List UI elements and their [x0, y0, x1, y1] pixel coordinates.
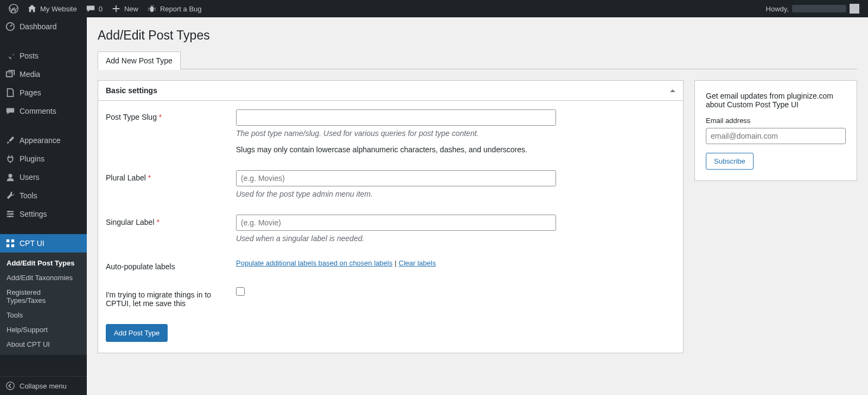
plural-label: Plural Label * [106, 170, 225, 198]
panel-header[interactable]: Basic settings [98, 81, 683, 101]
new-content-menu[interactable]: New [107, 0, 143, 17]
username-redacted [792, 5, 846, 12]
home-icon [27, 4, 37, 14]
svg-rect-8 [7, 239, 9, 242]
wrench-icon [5, 191, 15, 200]
content-area: Add/Edit Post Types Add New Post Type Ba… [87, 17, 868, 375]
comment-icon [86, 4, 95, 14]
wp-logo-menu[interactable] [4, 0, 23, 17]
menu-comments[interactable]: Comments [0, 102, 87, 120]
singular-label: Singular Label * [106, 215, 225, 243]
svg-point-4 [8, 174, 12, 178]
admin-sidebar: Dashboard Posts Media Pages Comments App… [0, 17, 87, 375]
svg-point-6 [11, 213, 13, 215]
menu-label: Posts [20, 51, 39, 60]
menu-label: Settings [20, 210, 47, 218]
subscribe-box: Get email updates from pluginize.com abo… [694, 80, 857, 181]
plug-icon [5, 154, 15, 164]
submenu-add-edit-post-types[interactable]: Add/Edit Post Types [0, 256, 87, 270]
submenu-tools[interactable]: Tools [0, 308, 87, 322]
menu-tools[interactable]: Tools [0, 186, 87, 205]
migrate-label: I'm trying to migrate things in to CPTUI… [106, 287, 225, 308]
menu-cpt-ui[interactable]: CPT UI [0, 234, 87, 252]
slug-label: Post Type Slug * [106, 109, 225, 154]
email-input[interactable] [706, 128, 846, 144]
menu-pages[interactable]: Pages [0, 83, 87, 102]
triangle-up-icon [670, 87, 675, 92]
submenu-about[interactable]: About CPT UI [0, 337, 87, 352]
menu-label: Tools [20, 191, 37, 200]
greeting: Howdy, [766, 5, 789, 13]
svg-point-7 [9, 216, 11, 218]
admin-bar: My Website 0 New Report a Bug Howdy, [0, 0, 868, 17]
menu-users[interactable]: Users [0, 168, 87, 186]
migrate-checkbox[interactable] [236, 287, 245, 296]
user-account-menu[interactable]: Howdy, [762, 0, 864, 17]
svg-point-5 [8, 211, 10, 213]
subscribe-text: Get email updates from pluginize.com abo… [706, 92, 846, 109]
menu-label: Appearance [20, 136, 61, 145]
submenu-registered-types[interactable]: Registered Types/Taxes [0, 285, 87, 308]
menu-label: Media [20, 70, 40, 79]
menu-plugins[interactable]: Plugins [0, 150, 87, 168]
clear-labels-link[interactable]: Clear labels [399, 259, 436, 267]
svg-rect-11 [11, 244, 14, 247]
plural-desc: Used for the post type admin menu item. [236, 190, 675, 198]
submenu-cpt-ui: Add/Edit Post Types Add/Edit Taxonomies … [0, 252, 87, 355]
page-title: Add/Edit Post Types [98, 28, 857, 43]
menu-label: Plugins [20, 154, 44, 163]
menu-label: Dashboard [20, 22, 57, 31]
submenu-add-edit-taxonomies[interactable]: Add/Edit Taxonomies [0, 270, 87, 285]
panel-title: Basic settings [106, 86, 157, 95]
media-icon [5, 69, 15, 79]
singular-desc: Used when a singular label is needed. [236, 234, 675, 243]
page-icon [5, 88, 15, 98]
svg-rect-9 [11, 239, 14, 242]
menu-label: Comments [20, 107, 56, 115]
avatar [850, 4, 859, 14]
cpt-ui-icon [5, 238, 15, 248]
user-icon [5, 172, 15, 182]
comments-menu[interactable]: 0 [81, 0, 107, 17]
svg-point-3 [9, 73, 10, 74]
brush-icon [5, 135, 15, 145]
slug-desc: The post type name/slug. Used for variou… [236, 129, 675, 138]
new-label: New [124, 5, 138, 13]
svg-rect-10 [7, 244, 9, 247]
basic-settings-panel: Basic settings Post Type Slug * The post… [98, 80, 684, 353]
tab-add-new[interactable]: Add New Post Type [98, 51, 181, 70]
menu-media[interactable]: Media [0, 65, 87, 83]
report-bug-label: Report a Bug [160, 5, 202, 13]
menu-appearance[interactable]: Appearance [0, 131, 87, 150]
wordpress-icon [9, 4, 18, 14]
tabs: Add New Post Type [98, 51, 857, 69]
subscribe-button[interactable]: Subscribe [706, 153, 754, 170]
comments-count: 0 [99, 5, 103, 13]
menu-dashboard[interactable]: Dashboard [0, 17, 87, 36]
singular-input[interactable] [236, 215, 556, 231]
comment-icon [5, 106, 15, 116]
populate-labels-link[interactable]: Populate additional labels based on chos… [236, 259, 392, 267]
menu-posts[interactable]: Posts [0, 47, 87, 65]
site-name-menu[interactable]: My Website [23, 0, 81, 17]
sliders-icon [5, 209, 15, 219]
pin-icon [5, 51, 15, 61]
svg-point-1 [150, 7, 154, 12]
menu-settings[interactable]: Settings [0, 205, 87, 223]
plus-icon [111, 4, 121, 14]
plural-input[interactable] [236, 170, 556, 186]
email-label: Email address [706, 116, 846, 125]
bug-icon [147, 4, 157, 14]
menu-label: Users [20, 173, 40, 182]
report-bug-menu[interactable]: Report a Bug [143, 0, 206, 17]
slug-input[interactable] [236, 109, 556, 126]
submenu-help-support[interactable]: Help/Support [0, 322, 87, 337]
dashboard-icon [5, 22, 15, 31]
menu-label: Pages [20, 88, 41, 97]
autopop-label: Auto-populate labels [106, 259, 225, 271]
slug-note: Slugs may only contain lowercase alphanu… [236, 145, 675, 154]
site-name: My Website [40, 5, 77, 13]
add-post-type-button[interactable]: Add Post Type [106, 324, 168, 342]
menu-label: CPT UI [20, 239, 44, 248]
